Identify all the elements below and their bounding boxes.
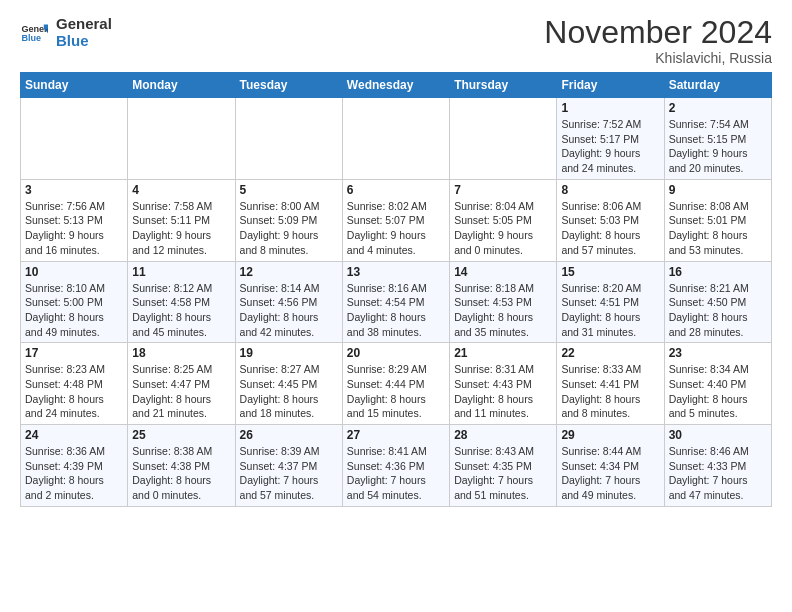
day-detail: Sunrise: 8:39 AMSunset: 4:37 PMDaylight:… xyxy=(240,444,338,503)
day-number: 19 xyxy=(240,346,338,360)
day-detail: Sunrise: 8:00 AMSunset: 5:09 PMDaylight:… xyxy=(240,199,338,258)
day-detail: Sunrise: 8:23 AMSunset: 4:48 PMDaylight:… xyxy=(25,362,123,421)
day-number: 21 xyxy=(454,346,552,360)
col-sunday: Sunday xyxy=(21,73,128,98)
day-detail: Sunrise: 8:31 AMSunset: 4:43 PMDaylight:… xyxy=(454,362,552,421)
day-number: 12 xyxy=(240,265,338,279)
table-row: 26Sunrise: 8:39 AMSunset: 4:37 PMDayligh… xyxy=(235,425,342,507)
day-detail: Sunrise: 8:04 AMSunset: 5:05 PMDaylight:… xyxy=(454,199,552,258)
table-row: 20Sunrise: 8:29 AMSunset: 4:44 PMDayligh… xyxy=(342,343,449,425)
day-number: 23 xyxy=(669,346,767,360)
day-number: 16 xyxy=(669,265,767,279)
title-block: November 2024 Khislavichi, Russia xyxy=(544,16,772,66)
table-row xyxy=(128,98,235,180)
page: General Blue General Blue November 2024 … xyxy=(0,0,792,517)
day-detail: Sunrise: 8:41 AMSunset: 4:36 PMDaylight:… xyxy=(347,444,445,503)
col-wednesday: Wednesday xyxy=(342,73,449,98)
day-number: 28 xyxy=(454,428,552,442)
table-row: 3Sunrise: 7:56 AMSunset: 5:13 PMDaylight… xyxy=(21,179,128,261)
table-row: 16Sunrise: 8:21 AMSunset: 4:50 PMDayligh… xyxy=(664,261,771,343)
table-row: 25Sunrise: 8:38 AMSunset: 4:38 PMDayligh… xyxy=(128,425,235,507)
day-detail: Sunrise: 8:08 AMSunset: 5:01 PMDaylight:… xyxy=(669,199,767,258)
col-tuesday: Tuesday xyxy=(235,73,342,98)
location: Khislavichi, Russia xyxy=(544,50,772,66)
day-detail: Sunrise: 8:38 AMSunset: 4:38 PMDaylight:… xyxy=(132,444,230,503)
table-row: 28Sunrise: 8:43 AMSunset: 4:35 PMDayligh… xyxy=(450,425,557,507)
table-row: 8Sunrise: 8:06 AMSunset: 5:03 PMDaylight… xyxy=(557,179,664,261)
logo-general: General xyxy=(56,16,112,33)
day-detail: Sunrise: 7:56 AMSunset: 5:13 PMDaylight:… xyxy=(25,199,123,258)
day-detail: Sunrise: 8:43 AMSunset: 4:35 PMDaylight:… xyxy=(454,444,552,503)
table-row: 10Sunrise: 8:10 AMSunset: 5:00 PMDayligh… xyxy=(21,261,128,343)
day-number: 14 xyxy=(454,265,552,279)
day-number: 25 xyxy=(132,428,230,442)
day-detail: Sunrise: 8:34 AMSunset: 4:40 PMDaylight:… xyxy=(669,362,767,421)
day-detail: Sunrise: 8:14 AMSunset: 4:56 PMDaylight:… xyxy=(240,281,338,340)
calendar-header-row: Sunday Monday Tuesday Wednesday Thursday… xyxy=(21,73,772,98)
day-detail: Sunrise: 7:54 AMSunset: 5:15 PMDaylight:… xyxy=(669,117,767,176)
table-row: 22Sunrise: 8:33 AMSunset: 4:41 PMDayligh… xyxy=(557,343,664,425)
col-thursday: Thursday xyxy=(450,73,557,98)
table-row: 24Sunrise: 8:36 AMSunset: 4:39 PMDayligh… xyxy=(21,425,128,507)
table-row: 12Sunrise: 8:14 AMSunset: 4:56 PMDayligh… xyxy=(235,261,342,343)
day-detail: Sunrise: 8:25 AMSunset: 4:47 PMDaylight:… xyxy=(132,362,230,421)
day-number: 3 xyxy=(25,183,123,197)
calendar-week-1: 3Sunrise: 7:56 AMSunset: 5:13 PMDaylight… xyxy=(21,179,772,261)
calendar: Sunday Monday Tuesday Wednesday Thursday… xyxy=(20,72,772,507)
day-number: 5 xyxy=(240,183,338,197)
table-row: 19Sunrise: 8:27 AMSunset: 4:45 PMDayligh… xyxy=(235,343,342,425)
day-detail: Sunrise: 8:21 AMSunset: 4:50 PMDaylight:… xyxy=(669,281,767,340)
day-number: 22 xyxy=(561,346,659,360)
day-detail: Sunrise: 7:58 AMSunset: 5:11 PMDaylight:… xyxy=(132,199,230,258)
day-detail: Sunrise: 8:46 AMSunset: 4:33 PMDaylight:… xyxy=(669,444,767,503)
day-detail: Sunrise: 8:02 AMSunset: 5:07 PMDaylight:… xyxy=(347,199,445,258)
day-detail: Sunrise: 7:52 AMSunset: 5:17 PMDaylight:… xyxy=(561,117,659,176)
table-row: 6Sunrise: 8:02 AMSunset: 5:07 PMDaylight… xyxy=(342,179,449,261)
table-row: 21Sunrise: 8:31 AMSunset: 4:43 PMDayligh… xyxy=(450,343,557,425)
day-number: 4 xyxy=(132,183,230,197)
table-row xyxy=(450,98,557,180)
month-title: November 2024 xyxy=(544,16,772,48)
day-number: 9 xyxy=(669,183,767,197)
day-number: 15 xyxy=(561,265,659,279)
col-saturday: Saturday xyxy=(664,73,771,98)
table-row: 11Sunrise: 8:12 AMSunset: 4:58 PMDayligh… xyxy=(128,261,235,343)
day-number: 30 xyxy=(669,428,767,442)
table-row: 5Sunrise: 8:00 AMSunset: 5:09 PMDaylight… xyxy=(235,179,342,261)
day-number: 2 xyxy=(669,101,767,115)
table-row: 2Sunrise: 7:54 AMSunset: 5:15 PMDaylight… xyxy=(664,98,771,180)
table-row: 1Sunrise: 7:52 AMSunset: 5:17 PMDaylight… xyxy=(557,98,664,180)
col-friday: Friday xyxy=(557,73,664,98)
calendar-week-0: 1Sunrise: 7:52 AMSunset: 5:17 PMDaylight… xyxy=(21,98,772,180)
day-detail: Sunrise: 8:27 AMSunset: 4:45 PMDaylight:… xyxy=(240,362,338,421)
table-row xyxy=(21,98,128,180)
table-row: 23Sunrise: 8:34 AMSunset: 4:40 PMDayligh… xyxy=(664,343,771,425)
table-row: 7Sunrise: 8:04 AMSunset: 5:05 PMDaylight… xyxy=(450,179,557,261)
calendar-week-4: 24Sunrise: 8:36 AMSunset: 4:39 PMDayligh… xyxy=(21,425,772,507)
table-row: 13Sunrise: 8:16 AMSunset: 4:54 PMDayligh… xyxy=(342,261,449,343)
day-detail: Sunrise: 8:12 AMSunset: 4:58 PMDaylight:… xyxy=(132,281,230,340)
table-row: 9Sunrise: 8:08 AMSunset: 5:01 PMDaylight… xyxy=(664,179,771,261)
day-detail: Sunrise: 8:29 AMSunset: 4:44 PMDaylight:… xyxy=(347,362,445,421)
table-row: 4Sunrise: 7:58 AMSunset: 5:11 PMDaylight… xyxy=(128,179,235,261)
day-number: 8 xyxy=(561,183,659,197)
table-row: 15Sunrise: 8:20 AMSunset: 4:51 PMDayligh… xyxy=(557,261,664,343)
day-number: 20 xyxy=(347,346,445,360)
logo: General Blue General Blue xyxy=(20,16,112,49)
table-row: 18Sunrise: 8:25 AMSunset: 4:47 PMDayligh… xyxy=(128,343,235,425)
day-number: 18 xyxy=(132,346,230,360)
day-detail: Sunrise: 8:06 AMSunset: 5:03 PMDaylight:… xyxy=(561,199,659,258)
day-number: 1 xyxy=(561,101,659,115)
day-number: 11 xyxy=(132,265,230,279)
day-detail: Sunrise: 8:33 AMSunset: 4:41 PMDaylight:… xyxy=(561,362,659,421)
day-detail: Sunrise: 8:36 AMSunset: 4:39 PMDaylight:… xyxy=(25,444,123,503)
logo-icon: General Blue xyxy=(20,19,48,47)
col-monday: Monday xyxy=(128,73,235,98)
day-number: 10 xyxy=(25,265,123,279)
day-number: 6 xyxy=(347,183,445,197)
table-row: 30Sunrise: 8:46 AMSunset: 4:33 PMDayligh… xyxy=(664,425,771,507)
table-row: 27Sunrise: 8:41 AMSunset: 4:36 PMDayligh… xyxy=(342,425,449,507)
day-number: 29 xyxy=(561,428,659,442)
day-detail: Sunrise: 8:16 AMSunset: 4:54 PMDaylight:… xyxy=(347,281,445,340)
day-detail: Sunrise: 8:18 AMSunset: 4:53 PMDaylight:… xyxy=(454,281,552,340)
